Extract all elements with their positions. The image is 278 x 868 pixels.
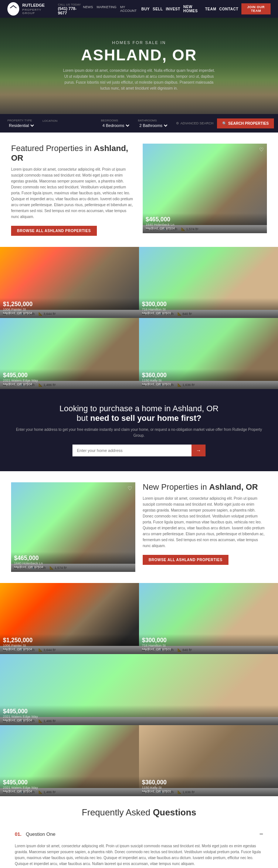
bathrooms-field: BATHROOMS 2 Bathrooms xyxy=(138,119,169,128)
property-card-3[interactable]: $300,000 716 Hamilton St Medford, OR 975… xyxy=(139,247,278,318)
bathrooms-select[interactable]: 2 Bathrooms xyxy=(138,123,169,128)
phone-area: CALL US TODAY (541) 778-9677 xyxy=(58,3,83,15)
nav-news[interactable]: NEWS xyxy=(83,5,93,13)
new-card-5-b[interactable]: $360,000 1150 Kelly St Medford, OR 97501… xyxy=(139,725,278,796)
prop-card-4-price: $495,000 xyxy=(3,372,136,379)
new-card-5a-overlay: $495,000 2321 Waters Edge Way Medford, O… xyxy=(0,776,139,796)
prop-card-5-price: $360,000 xyxy=(142,372,275,379)
prop-card-3-price: $300,000 xyxy=(142,301,275,308)
new-card-5a-city: Medford, OR 97504 xyxy=(3,790,136,793)
new-property-grid-2: $495,000 2321 Waters Edge Way Medford, O… xyxy=(0,725,278,796)
new-card-3[interactable]: $300,000 716 Hamilton St Medford, OR 975… xyxy=(139,583,278,654)
faq-question-1[interactable]: 01. Question One − xyxy=(15,825,263,843)
property-type-select[interactable]: Residential xyxy=(7,123,35,128)
new-card-5-a[interactable]: $495,000 2321 Waters Edge Way Medford, O… xyxy=(0,725,139,796)
new-card-3-address: 716 Hamilton St xyxy=(142,644,275,647)
new-props-left-card: $465,000 1640 Holenbeck Ln Medford, OR 9… xyxy=(11,482,135,572)
search-button[interactable]: 🔍 SEARCH PROPERTIES xyxy=(217,118,274,128)
advanced-search-label: ADVANCED SEARCH xyxy=(180,121,213,125)
prop-card-2-address: 1006 Painter St xyxy=(3,308,136,311)
nav-marketing[interactable]: MARKETING xyxy=(97,5,117,13)
prop-card-3-city: Medford, OR 97501 xyxy=(142,311,275,315)
new-props-title: New Properties in Ashland, OR xyxy=(143,482,267,492)
nav-team[interactable]: TEAM xyxy=(205,7,216,11)
top-bar-left: RUTLEDGE PROPERTY GROUP CALL US TODAY (5… xyxy=(7,2,83,16)
featured-title: Featured Properties in Ashland, OR xyxy=(11,144,135,163)
new-properties-text: New Properties in Ashland, OR Lorem ipsu… xyxy=(143,482,267,572)
hero-title: ASHLAND, OR xyxy=(61,46,217,64)
sell-address-input[interactable] xyxy=(72,445,191,456)
location-input[interactable] xyxy=(43,123,94,128)
new-card-2-address: 1006 Painter St xyxy=(3,644,136,647)
new-card-5a-address: 2321 Waters Edge Way xyxy=(3,786,136,790)
bathrooms-label: BATHROOMS xyxy=(138,119,169,122)
new-prop-main-card[interactable]: $465,000 1640 Holenbeck Ln Medford, OR 9… xyxy=(11,482,135,572)
top-nav: NEWS MARKETING MY ACCOUNT BUY SELL INVES… xyxy=(83,3,271,14)
featured-card-city: Medford, OR 97504 xyxy=(146,227,264,230)
phone-label: CALL US TODAY xyxy=(58,3,83,6)
new-prop-main-city: Medford, OR 97504 xyxy=(14,565,132,569)
faq-toggle-1[interactable]: − xyxy=(259,830,263,838)
new-card-2-city: Medford, OR 97504 xyxy=(3,647,136,651)
prop-card-2-overlay: $1,250,000 1006 Painter St Medford, OR 9… xyxy=(0,298,139,318)
new-props-desc: Lorem ipsum dolor sit amet, consectetur … xyxy=(143,496,267,549)
prop-card-3-address: 716 Hamilton St xyxy=(142,308,275,311)
prop-card-5-overlay: $360,000 1150 Kelly St Medford, OR 97501 xyxy=(139,369,278,389)
new-prop-main-overlay: $465,000 1640 Holenbeck Ln Medford, OR 9… xyxy=(11,552,135,572)
new-card-5b-address: 1150 Kelly St xyxy=(142,786,275,790)
new-card-5a-price: $495,000 xyxy=(3,779,136,786)
new-prop-main-address: 1640 Holenbeck Ln xyxy=(14,562,132,565)
new-prop-favorite-icon[interactable]: ♡ xyxy=(128,485,132,491)
prop-card-4-overlay: $495,000 2321 Waters Edge Way Medford, O… xyxy=(0,369,139,389)
nav-buy[interactable]: BUY xyxy=(141,7,150,11)
browse-all-featured-button[interactable]: BROWSE ALL ASHLAND PROPERTIES xyxy=(11,226,97,236)
featured-property-grid: $1,250,000 1006 Painter St Medford, OR 9… xyxy=(0,247,278,389)
nav-sell[interactable]: SELL xyxy=(153,7,163,11)
nav-new-homes[interactable]: NEW HOMES xyxy=(183,5,202,13)
prop-card-4-city: Medford, OR 97504 xyxy=(3,382,136,386)
new-prop-main-price: $465,000 xyxy=(14,555,132,562)
new-prop-main-image xyxy=(11,482,135,564)
bedrooms-select[interactable]: 4 Bedrooms xyxy=(101,123,130,128)
new-card-5b-price: $360,000 xyxy=(142,779,275,786)
property-card-5[interactable]: $360,000 1150 Kelly St Medford, OR 97501… xyxy=(139,318,278,389)
advanced-search-link[interactable]: ⚙ ADVANCED SEARCH xyxy=(176,121,213,125)
property-type-field: PROPERTY TYPE Residential xyxy=(7,119,35,128)
nav-account[interactable]: MY ACCOUNT xyxy=(120,5,137,13)
new-card-3-city: Medford, OR 97501 xyxy=(142,647,275,651)
sell-arrow-button[interactable]: → xyxy=(191,445,206,456)
new-card-4-overlay: $495,000 2321 Waters Edge Way Medford, O… xyxy=(0,705,278,725)
new-card-2[interactable]: $1,250,000 1006 Painter St Medford, OR 9… xyxy=(0,583,139,654)
new-card-5b-city: Medford, OR 97501 xyxy=(142,790,275,793)
join-team-button[interactable]: JOIN OUR TEAM xyxy=(241,3,271,14)
new-card-5b-overlay: $360,000 1150 Kelly St Medford, OR 97501 xyxy=(139,776,278,796)
top-bar: RUTLEDGE PROPERTY GROUP CALL US TODAY (5… xyxy=(0,0,278,18)
new-card-4[interactable]: $495,000 2321 Waters Edge Way Medford, O… xyxy=(0,654,278,725)
featured-text: Featured Properties in Ashland, OR Lorem… xyxy=(11,144,135,236)
search-btn-label: SEARCH PROPERTIES xyxy=(228,121,268,125)
nav-contact[interactable]: CONTACT xyxy=(219,7,238,11)
logo-name: RUTLEDGE xyxy=(22,3,52,8)
new-card-2-overlay: $1,250,000 1006 Painter St Medford, OR 9… xyxy=(0,634,139,654)
favorite-icon[interactable]: ♡ xyxy=(259,147,264,153)
browse-all-new-button[interactable]: BROWSE ALL ASHLAND PROPERTIES xyxy=(143,555,228,565)
bedrooms-field: BEDROOMS 4 Bedrooms xyxy=(101,119,130,128)
new-card-4-address: 2321 Waters Edge Way xyxy=(3,715,275,718)
logo-icon xyxy=(7,2,19,16)
nav-invest[interactable]: INVEST xyxy=(166,7,180,11)
main-nav: BUY SELL INVEST NEW HOMES TEAM CONTACT J… xyxy=(141,3,271,14)
location-label: LOCATION xyxy=(43,119,94,123)
new-properties-section: $465,000 1640 Holenbeck Ln Medford, OR 9… xyxy=(0,471,278,583)
hero-description: Lorem ipsum dolor sit amet, consectetur … xyxy=(61,68,217,91)
logo-area: RUTLEDGE PROPERTY GROUP xyxy=(7,2,52,16)
featured-right-card: $465,000 1640 Holenbeck Ln Medford, OR 9… xyxy=(143,144,267,236)
search-icon: ⚙ xyxy=(176,121,179,125)
featured-card-price: $465,000 xyxy=(146,216,264,223)
faq-heading: Frequently Asked Questions xyxy=(15,807,263,818)
header: RUTLEDGE PROPERTY GROUP CALL US TODAY (5… xyxy=(0,0,278,18)
featured-card-overlay: $465,000 1640 Holenbeck Ln Medford, OR 9… xyxy=(143,213,267,233)
hero-content: HOMES FOR SALE IN ASHLAND, OR Lorem ipsu… xyxy=(61,40,217,91)
featured-card-image xyxy=(143,144,267,225)
property-card-2[interactable]: $1,250,000 1006 Painter St Medford, OR 9… xyxy=(0,247,139,318)
property-card-4[interactable]: $495,000 2321 Waters Edge Way Medford, O… xyxy=(0,318,139,389)
